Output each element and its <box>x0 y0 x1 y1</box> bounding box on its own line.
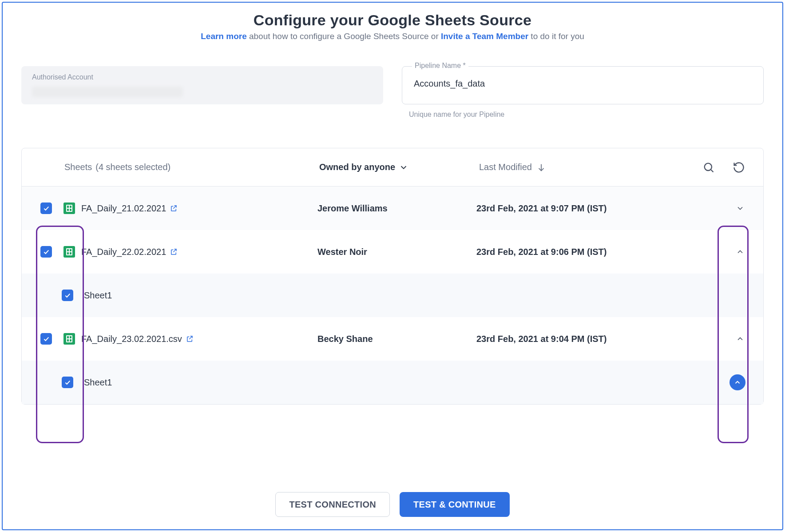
refresh-icon[interactable] <box>732 161 745 174</box>
authorised-account-label: Authorised Account <box>32 73 373 81</box>
pipeline-name-helper: Unique name for your Pipeline <box>409 111 764 119</box>
pipeline-name-label: Pipeline Name * <box>412 62 468 70</box>
subtitle-suffix: to do it for you <box>528 32 584 41</box>
expand-toggle[interactable] <box>735 203 745 214</box>
learn-more-link[interactable]: Learn more <box>201 32 246 41</box>
subtitle-mid: about how to configure a Google Sheets S… <box>247 32 441 41</box>
external-link-icon[interactable] <box>170 204 178 212</box>
sheet-row: FA_Daily_23.02.2021.csv Becky Shane 23rd… <box>22 317 763 361</box>
sheet-row: FA_Daily_22.02.2021 Wester Noir 23rd Feb… <box>22 230 763 274</box>
sheet-name: FA_Daily_23.02.2021.csv <box>81 334 182 344</box>
test-continue-button[interactable]: TEST & CONTINUE <box>400 492 510 517</box>
sheet-row: FA_Daily_21.02.2021 Jerome Williams 23rd… <box>22 187 763 230</box>
worksheet-name: Sheet1 <box>84 290 112 301</box>
authorised-account-field: Authorised Account <box>21 66 383 104</box>
external-link-icon[interactable] <box>170 248 178 256</box>
sheet-owner: Wester Noir <box>317 247 367 257</box>
authorised-account-value-blurred <box>32 87 183 97</box>
worksheet-row: Sheet1 <box>22 361 763 404</box>
google-sheets-icon <box>63 202 75 214</box>
sheet-name: FA_Daily_21.02.2021 <box>81 203 166 214</box>
sheet-owner: Jerome Williams <box>317 203 388 214</box>
sheet-name: FA_Daily_22.02.2021 <box>81 247 166 257</box>
sheet-owner: Becky Shane <box>317 334 373 344</box>
sort-dropdown[interactable]: Last Modified <box>479 162 546 172</box>
worksheet-row: Sheet1 <box>22 274 763 317</box>
worksheet-name: Sheet1 <box>84 377 112 388</box>
sheets-panel: Sheets(4 sheets selected) Owned by anyon… <box>21 148 764 405</box>
svg-line-2 <box>711 170 713 172</box>
row-checkbox[interactable] <box>40 202 52 214</box>
invite-team-link[interactable]: Invite a Team Member <box>441 32 528 41</box>
svg-point-1 <box>705 163 712 170</box>
page-subtitle: Learn more about how to configure a Goog… <box>21 32 764 41</box>
highlight-expand-column <box>718 226 749 443</box>
pipeline-name-input[interactable] <box>413 78 753 89</box>
owner-filter-dropdown[interactable]: Owned by anyone <box>319 162 408 172</box>
search-icon[interactable] <box>702 161 715 174</box>
sheets-header-label: Sheets(4 sheets selected) <box>64 162 170 172</box>
test-connection-button[interactable]: TEST CONNECTION <box>275 492 390 517</box>
external-link-icon[interactable] <box>186 335 194 343</box>
highlight-checkbox-column <box>36 226 84 443</box>
sheet-modified: 23rd Feb, 2021 at 9:07 PM (IST) <box>476 203 607 214</box>
page-title: Configure your Google Sheets Source <box>21 12 764 29</box>
sheets-selected-count: (4 sheets selected) <box>95 162 170 172</box>
sheet-modified: 23rd Feb, 2021 at 9:04 PM (IST) <box>476 334 607 344</box>
sheet-modified: 23rd Feb, 2021 at 9:06 PM (IST) <box>476 247 607 257</box>
